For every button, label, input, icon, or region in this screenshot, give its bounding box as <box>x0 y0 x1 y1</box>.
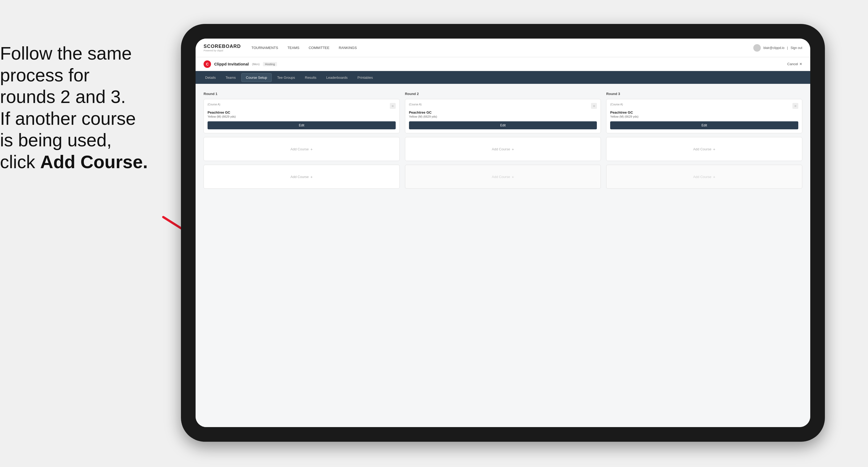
sub-header: C Clippd Invitational (Men) Hosting Canc… <box>195 57 810 71</box>
instruction-line4: If another course <box>0 108 136 128</box>
instruction-line3: rounds 2 and 3. <box>0 87 126 107</box>
add-course-card-r1-2[interactable]: Add Course + <box>204 165 400 189</box>
course-card-header: (Course A) ○ <box>208 103 396 109</box>
course-details-r3: Yellow (M) (6629 yds) <box>610 115 798 118</box>
main-content: Round 1 (Course A) ○ Peachtree GC Yellow… <box>195 84 810 427</box>
round-1-course-card: (Course A) ○ Peachtree GC Yellow (M) (66… <box>204 99 400 133</box>
instruction-line1: Follow the same <box>0 43 132 63</box>
add-course-label-r3-2: Add Course + <box>693 175 715 179</box>
plus-icon-r2-2: + <box>512 175 514 179</box>
logo-main-text: SCOREBOARD <box>204 44 241 49</box>
plus-icon-r1-1: + <box>310 147 313 151</box>
tab-printables[interactable]: Printables <box>353 73 377 82</box>
round-3-column: Round 3 (Course A) ○ Peachtree GC Yellow… <box>606 92 802 192</box>
round-3-course-card: (Course A) ○ Peachtree GC Yellow (M) (66… <box>606 99 802 133</box>
clippd-logo-letter: C <box>206 62 209 66</box>
tablet-screen: SCOREBOARD Powered by clippd TOURNAMENTS… <box>195 39 810 427</box>
add-course-label-r2-1: Add Course + <box>492 147 514 151</box>
round-3-label: Round 3 <box>606 92 802 96</box>
add-course-label-r1-1: Add Course + <box>290 147 313 151</box>
plus-icon-r2-1: + <box>512 147 514 151</box>
course-details: Yellow (M) (6629 yds) <box>208 115 396 118</box>
cancel-label: Cancel <box>787 62 798 66</box>
add-course-label-r3-1: Add Course + <box>693 147 715 151</box>
tab-results[interactable]: Results <box>301 73 321 82</box>
course-a-label-r3: (Course A) <box>610 103 623 106</box>
top-nav: SCOREBOARD Powered by clippd TOURNAMENTS… <box>195 39 810 57</box>
add-course-text-r2-1: Add Course <box>492 147 510 151</box>
course-delete-button-r3[interactable]: ○ <box>793 103 798 109</box>
nav-teams[interactable]: TEAMS <box>287 44 299 51</box>
add-course-card-r3-2: Add Course + <box>606 165 802 189</box>
sign-out-link[interactable]: Sign out <box>790 46 802 50</box>
edit-course-button-r1[interactable]: Edit <box>208 121 396 129</box>
round-2-course-card: (Course A) ○ Peachtree GC Yellow (M) (66… <box>405 99 601 133</box>
course-name-r2: Peachtree GC <box>409 111 597 115</box>
nav-rankings[interactable]: RANKINGS <box>339 44 357 51</box>
avatar <box>753 44 761 52</box>
add-course-text-r1-2: Add Course <box>290 175 309 179</box>
nav-links: TOURNAMENTS TEAMS COMMITTEE RANKINGS <box>251 44 753 51</box>
gender-badge: (Men) <box>252 63 260 66</box>
add-course-card-r1-1[interactable]: Add Course + <box>204 137 400 161</box>
rounds-container: Round 1 (Course A) ○ Peachtree GC Yellow… <box>204 92 802 192</box>
nav-right: blair@clippd.io | Sign out <box>753 44 802 52</box>
nav-tournaments[interactable]: TOURNAMENTS <box>251 44 278 51</box>
tab-details[interactable]: Details <box>201 73 220 82</box>
add-course-text-r1-1: Add Course <box>290 147 309 151</box>
tab-tee-groups[interactable]: Tee Groups <box>273 73 299 82</box>
round-1-column: Round 1 (Course A) ○ Peachtree GC Yellow… <box>204 92 400 192</box>
course-details-r2: Yellow (M) (6629 yds) <box>409 115 597 118</box>
clippd-logo: C <box>204 60 211 68</box>
instruction-line5: is being used, <box>0 130 112 150</box>
course-a-label-r2: (Course A) <box>409 103 422 106</box>
add-course-card-r2-1[interactable]: Add Course + <box>405 137 601 161</box>
nav-separator: | <box>787 46 788 50</box>
course-name: Peachtree GC <box>208 111 396 115</box>
instruction-text: Follow the same process for rounds 2 and… <box>0 42 165 173</box>
tablet-device: SCOREBOARD Powered by clippd TOURNAMENTS… <box>181 24 825 442</box>
instruction-line6-bold: Add Course. <box>40 152 148 172</box>
course-name-r3: Peachtree GC <box>610 111 798 115</box>
tab-teams[interactable]: Teams <box>221 73 240 82</box>
plus-icon-r3-1: + <box>713 147 716 151</box>
course-a-label: (Course A) <box>208 103 220 106</box>
edit-course-button-r2[interactable]: Edit <box>409 121 597 129</box>
user-email: blair@clippd.io <box>764 46 784 50</box>
add-course-text-r3-2: Add Course <box>693 175 712 179</box>
course-delete-button-r2[interactable]: ○ <box>591 103 597 109</box>
tab-bar: Details Teams Course Setup Tee Groups Re… <box>195 71 810 84</box>
add-course-card-r3-1[interactable]: Add Course + <box>606 137 802 161</box>
add-course-text-r3-1: Add Course <box>693 147 712 151</box>
logo-sub-text: Powered by clippd <box>204 49 241 52</box>
add-course-text-r2-2: Add Course <box>492 175 510 179</box>
round-2-column: Round 2 (Course A) ○ Peachtree GC Yellow… <box>405 92 601 192</box>
tournament-title: Clippd Invitational <box>214 62 249 66</box>
close-icon: ✕ <box>799 62 802 66</box>
plus-icon-r3-2: + <box>713 175 716 179</box>
instruction-line2: process for <box>0 65 89 85</box>
scoreboard-logo: SCOREBOARD Powered by clippd <box>204 44 241 52</box>
tab-course-setup[interactable]: Course Setup <box>241 73 272 82</box>
cancel-button[interactable]: Cancel ✕ <box>787 62 802 66</box>
add-course-card-r2-2: Add Course + <box>405 165 601 189</box>
course-delete-button[interactable]: ○ <box>390 103 396 109</box>
round-1-label: Round 1 <box>204 92 400 96</box>
add-course-label-r1-2: Add Course + <box>290 175 313 179</box>
course-card-header-r3: (Course A) ○ <box>610 103 798 109</box>
plus-icon-r1-2: + <box>310 175 313 179</box>
instruction-line6-prefix: click <box>0 152 40 172</box>
tab-leaderboards[interactable]: Leaderboards <box>322 73 352 82</box>
add-course-label-r2-2: Add Course + <box>492 175 514 179</box>
course-card-header-r2: (Course A) ○ <box>409 103 597 109</box>
sub-header-left: C Clippd Invitational (Men) Hosting <box>204 60 277 68</box>
nav-committee[interactable]: COMMITTEE <box>309 44 330 51</box>
hosting-badge: Hosting <box>263 62 277 66</box>
edit-course-button-r3[interactable]: Edit <box>610 121 798 129</box>
round-2-label: Round 2 <box>405 92 601 96</box>
